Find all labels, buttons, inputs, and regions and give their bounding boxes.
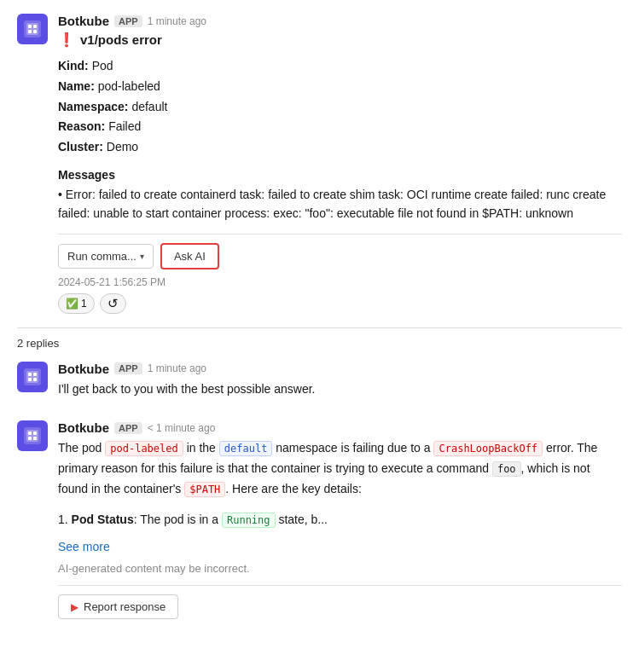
message-body: • Error: failed to create containerd tas… [58, 185, 622, 223]
message-header: Botkube APP 1 minute ago [58, 14, 622, 28]
svg-rect-17 [33, 437, 37, 440]
svg-rect-4 [28, 30, 32, 33]
reaction-checkmark-count: 1 [81, 298, 87, 310]
reaction-cycle[interactable]: ↺ [100, 293, 126, 314]
reply-2-header: Botkube APP < 1 minute ago [58, 420, 622, 435]
svg-rect-10 [28, 378, 32, 381]
error-title: ❗ v1/pods error [58, 32, 622, 48]
reply-2-body: The pod pod-labeled in the default names… [58, 438, 622, 499]
reactions: ✅ 1 ↺ [58, 293, 622, 314]
reply-2-avatar [17, 420, 48, 451]
svg-rect-5 [33, 30, 37, 33]
ask-ai-button[interactable]: Ask AI [160, 243, 219, 269]
main-message-block: Botkube APP 1 minute ago ❗ v1/pods error… [17, 14, 622, 321]
message-content: Botkube APP 1 minute ago ❗ v1/pods error… [58, 14, 622, 321]
meta-kind: Kind: Pod [58, 56, 622, 77]
foo-code: foo [492, 461, 521, 477]
reply-2-details: 1. Pod Status: The pod is in a Running s… [58, 510, 622, 530]
svg-rect-11 [33, 378, 37, 381]
svg-rect-2 [28, 25, 32, 28]
reply-1-sender: Botkube [58, 362, 109, 376]
reply-divider [58, 585, 622, 586]
reply-2-badge: APP [114, 422, 142, 434]
crashloopbackoff-code: CrashLoopBackOff [433, 441, 543, 456]
meta-info: Kind: Pod Name: pod-labeled Namespace: d… [58, 56, 622, 158]
name-value: pod-labeled [98, 79, 160, 93]
replies-divider: 2 replies [17, 327, 622, 350]
svg-rect-9 [33, 373, 37, 376]
namespace-value: default [131, 100, 167, 113]
reply-1-badge: APP [114, 362, 142, 374]
messages-section-title: Messages [58, 168, 622, 182]
reply-2-sender: Botkube [58, 420, 109, 435]
reply-block-1: Botkube APP 1 minute ago I'll get back t… [17, 362, 622, 408]
reaction-checkmark-icon: ✅ [66, 298, 78, 310]
chevron-down-icon: ▾ [140, 252, 144, 261]
ai-disclaimer: AI-generated content may be incorrect. [58, 562, 622, 575]
message-timestamp: 2024-05-21 1:56:25 PM [58, 276, 622, 288]
reply-2-content: Botkube APP < 1 minute ago The pod pod-l… [58, 420, 622, 619]
avatar [17, 14, 48, 44]
reply-1-header: Botkube APP 1 minute ago [58, 362, 622, 376]
name-label: Name: [58, 79, 95, 93]
reason-label: Reason: [58, 119, 105, 133]
divider [58, 234, 622, 235]
reply-2-timestamp: < 1 minute ago [148, 422, 216, 434]
reaction-cycle-icon: ↺ [107, 296, 119, 311]
meta-reason: Reason: Failed [58, 117, 622, 137]
svg-rect-8 [28, 373, 32, 376]
kind-label: Kind: [58, 59, 89, 72]
svg-rect-13 [26, 430, 38, 442]
svg-rect-7 [26, 371, 38, 383]
svg-rect-15 [33, 432, 37, 435]
svg-rect-1 [26, 23, 38, 35]
report-response-button[interactable]: ▶ Report response [58, 594, 178, 619]
reply-1-timestamp: 1 minute ago [148, 362, 206, 374]
see-more-link[interactable]: See more [58, 540, 110, 553]
reply-block-2: Botkube APP < 1 minute ago The pod pod-l… [17, 420, 622, 619]
main-container: Botkube APP 1 minute ago ❗ v1/pods error… [0, 0, 639, 645]
running-badge: Running [222, 513, 276, 528]
cluster-value: Demo [107, 140, 138, 154]
error-icon: ❗ [58, 32, 75, 48]
reason-value: Failed [108, 119, 141, 133]
error-title-text: v1/pods error [80, 32, 162, 47]
reply-1-avatar [17, 362, 48, 392]
action-bar: Run comma... ▾ Ask AI [58, 243, 622, 269]
report-label: Report response [84, 600, 166, 613]
cluster-label: Cluster: [58, 140, 103, 154]
meta-name: Name: pod-labeled [58, 77, 622, 97]
kind-value: Pod [92, 59, 113, 72]
reply-1-body: I'll get back to you with the best possi… [58, 379, 622, 398]
meta-cluster: Cluster: Demo [58, 137, 622, 158]
svg-rect-3 [33, 25, 37, 28]
reply-1-content: Botkube APP 1 minute ago I'll get back t… [58, 362, 622, 408]
svg-rect-16 [28, 437, 32, 440]
dropdown-label: Run comma... [67, 250, 137, 263]
sender-name: Botkube [58, 14, 109, 28]
reaction-checkmark[interactable]: ✅ 1 [58, 293, 95, 314]
namespace-label: Namespace: [58, 100, 129, 113]
main-timestamp: 1 minute ago [148, 15, 206, 27]
app-badge: APP [114, 15, 142, 27]
pod-labeled-code: pod-labeled [105, 441, 183, 456]
default-namespace-code: default [219, 441, 273, 456]
report-icon: ▶ [71, 601, 78, 613]
replies-count: 2 replies [17, 337, 59, 350]
run-command-dropdown[interactable]: Run comma... ▾ [58, 244, 154, 269]
path-code: $PATH [184, 482, 225, 497]
svg-rect-14 [28, 432, 32, 435]
meta-namespace: Namespace: default [58, 97, 622, 118]
